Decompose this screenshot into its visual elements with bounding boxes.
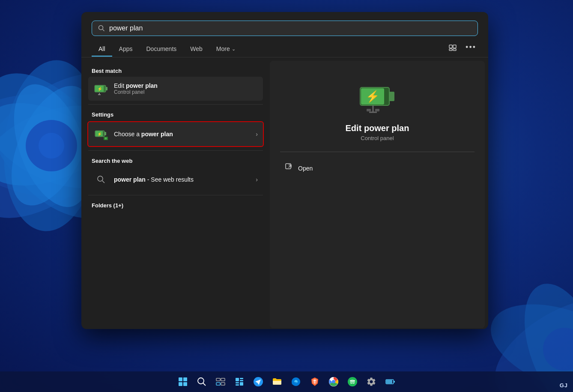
folder-icon (272, 377, 282, 387)
search-preview-icon (448, 43, 457, 52)
svg-rect-57 (236, 382, 239, 383)
edge-button[interactable] (287, 373, 304, 390)
best-match-label: Best match (81, 64, 270, 77)
taskbar-icons (174, 373, 399, 390)
svg-text:⚡: ⚡ (97, 132, 102, 137)
search-preview-button[interactable] (447, 42, 459, 54)
search-input[interactable] (109, 24, 472, 32)
detail-panel: ⚡ Edit power plan Control panel (270, 61, 485, 328)
divider-1 (88, 104, 263, 105)
divider-3 (88, 195, 263, 195)
svg-rect-16 (449, 45, 452, 48)
svg-point-48 (198, 378, 204, 384)
web-search-label: Search the web (81, 154, 270, 167)
chrome-button[interactable] (325, 373, 342, 390)
svg-line-15 (103, 30, 104, 31)
web-search-icon (93, 172, 109, 187)
more-options-icon: ••• (466, 43, 476, 52)
telegram-icon (253, 377, 263, 387)
detail-battery-icon: ⚡ (358, 78, 397, 117)
svg-rect-17 (453, 45, 456, 48)
divider-2 (88, 150, 263, 151)
battery-settings-icon: ⚡ (93, 81, 109, 96)
search-bar-icon (98, 25, 105, 32)
svg-rect-47 (183, 382, 187, 386)
search-web-icon (97, 175, 105, 184)
battery-taskbar-button[interactable] (382, 373, 399, 390)
search-bar[interactable] (92, 21, 478, 36)
svg-rect-46 (179, 382, 182, 386)
svg-rect-66 (394, 381, 395, 383)
edge-icon (291, 377, 301, 387)
taskview-icon (216, 377, 225, 386)
svg-rect-67 (386, 380, 392, 383)
svg-rect-35 (389, 92, 394, 101)
tab-all[interactable]: All (92, 42, 112, 57)
filter-tabs-right: ••• (447, 41, 478, 57)
svg-rect-52 (216, 383, 220, 385)
brave-button[interactable] (306, 373, 323, 390)
search-window: All Apps Documents Web More ⌄ ••• (81, 12, 488, 329)
filter-tabs: All Apps Documents Web More ⌄ ••• (81, 36, 488, 57)
svg-rect-45 (183, 377, 187, 381)
main-content: Best match ⚡ Edit p (81, 57, 488, 329)
widgets-button[interactable] (231, 373, 248, 390)
svg-point-32 (98, 176, 103, 181)
choose-power-plan-item[interactable]: ⚡ Choose a power plan › (87, 121, 264, 147)
chevron-down-icon: ⌄ (232, 46, 236, 52)
edit-power-plan-text: Edit power plan Control panel (114, 82, 158, 95)
svg-rect-54 (236, 378, 239, 381)
windows-logo-icon (178, 377, 188, 387)
tab-more-label: More (216, 45, 230, 52)
web-search-query: power plan - See web results (114, 176, 251, 183)
choose-power-plan-title: Choose a power plan (114, 131, 173, 138)
svg-rect-21 (106, 87, 107, 90)
svg-rect-55 (240, 378, 243, 379)
folders-label: Folders (1+) (81, 199, 270, 210)
taskbar-corner-logo: GJ (560, 382, 568, 389)
spotify-button[interactable] (344, 373, 361, 390)
svg-point-9 (39, 133, 64, 159)
svg-point-63 (332, 380, 335, 383)
svg-rect-44 (179, 377, 182, 381)
web-search-text: power plan - See web results (114, 176, 251, 183)
detail-icon-container: ⚡ (358, 78, 397, 117)
taskbar-search-icon (197, 377, 206, 386)
svg-rect-27 (104, 132, 106, 135)
svg-rect-58 (236, 384, 239, 386)
tab-more[interactable]: More ⌄ (209, 42, 242, 57)
tab-web[interactable]: Web (183, 42, 209, 57)
svg-rect-53 (221, 383, 225, 385)
open-icon (285, 163, 293, 173)
edit-power-plan-subtitle: Control panel (114, 89, 158, 95)
svg-rect-51 (221, 378, 225, 381)
best-match-item[interactable]: ⚡ Edit power plan Control panel (88, 77, 263, 101)
svg-rect-50 (216, 378, 220, 381)
web-search-item[interactable]: power plan - See web results › (88, 168, 263, 192)
taskbar-battery-icon (385, 377, 395, 387)
detail-divider (280, 152, 475, 152)
detail-title: Edit power plan (346, 123, 409, 133)
search-taskbar-button[interactable] (193, 373, 210, 390)
taskview-button[interactable] (212, 373, 229, 390)
svg-rect-56 (240, 380, 243, 381)
spotify-icon (347, 377, 358, 387)
chevron-right-icon: › (256, 131, 258, 138)
start-button[interactable] (174, 373, 191, 390)
tab-documents[interactable]: Documents (139, 42, 183, 57)
settings-button[interactable] (363, 373, 380, 390)
web-search-chevron-icon: › (256, 176, 258, 183)
chrome-icon (328, 377, 339, 387)
svg-point-14 (99, 26, 103, 30)
widgets-icon (235, 377, 244, 386)
file-explorer-button[interactable] (269, 373, 286, 390)
external-link-icon (285, 163, 293, 171)
open-action[interactable]: Open (280, 159, 475, 177)
edit-power-plan-icon: ⚡ (93, 81, 109, 96)
tab-apps[interactable]: Apps (112, 42, 140, 57)
open-label: Open (298, 165, 313, 172)
telegram-button[interactable] (250, 373, 267, 390)
more-options-button[interactable]: ••• (464, 41, 478, 54)
svg-point-31 (105, 138, 107, 140)
svg-line-49 (203, 383, 206, 386)
